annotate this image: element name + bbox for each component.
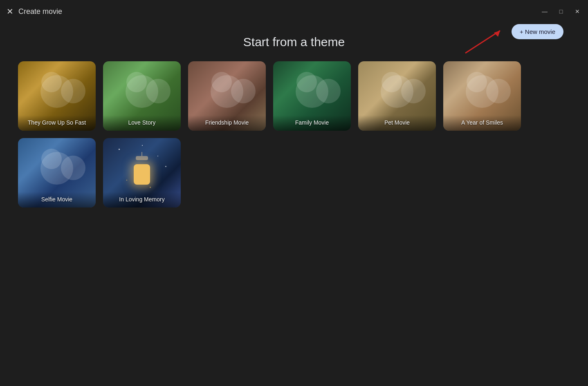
- card-label-pet: Pet Movie: [358, 115, 436, 131]
- theme-card-selfie[interactable]: Selfie Movie: [18, 138, 96, 208]
- theme-card-kids[interactable]: They Grow Up So Fast: [18, 61, 96, 131]
- new-movie-button[interactable]: + New movie: [512, 24, 563, 39]
- theme-card-memory[interactable]: In Loving Memory: [103, 138, 181, 208]
- minimize-button[interactable]: —: [541, 7, 549, 16]
- lantern-decoration: [132, 152, 152, 181]
- card-label-memory: In Loving Memory: [103, 192, 181, 208]
- card-label-family: Family Movie: [273, 115, 351, 131]
- card-label-selfie: Selfie Movie: [18, 192, 96, 208]
- theme-card-smiles[interactable]: A Year of Smiles: [443, 61, 521, 131]
- app-title: Create movie: [18, 7, 62, 16]
- card-label-love: Love Story: [103, 115, 181, 131]
- title-bar: ✕ Create movie — □ ✕: [0, 0, 588, 23]
- maximize-button[interactable]: □: [557, 7, 565, 16]
- svg-line-0: [465, 31, 500, 53]
- window-controls: — □ ✕: [541, 7, 581, 16]
- card-label-smiles: A Year of Smiles: [443, 115, 521, 131]
- close-button[interactable]: ✕: [7, 7, 13, 16]
- theme-card-love[interactable]: Love Story: [103, 61, 181, 131]
- theme-card-pet[interactable]: Pet Movie: [358, 61, 436, 131]
- card-label-friendship: Friendship Movie: [188, 115, 266, 131]
- theme-grid: They Grow Up So Fast Love Story Friendsh…: [0, 61, 572, 208]
- theme-card-friendship[interactable]: Friendship Movie: [188, 61, 266, 131]
- card-label-kids: They Grow Up So Fast: [18, 115, 96, 131]
- theme-card-family[interactable]: Family Movie: [273, 61, 351, 131]
- arrow-annotation: [457, 25, 506, 59]
- arrow-icon: [457, 25, 506, 57]
- window-close-button[interactable]: ✕: [573, 7, 581, 16]
